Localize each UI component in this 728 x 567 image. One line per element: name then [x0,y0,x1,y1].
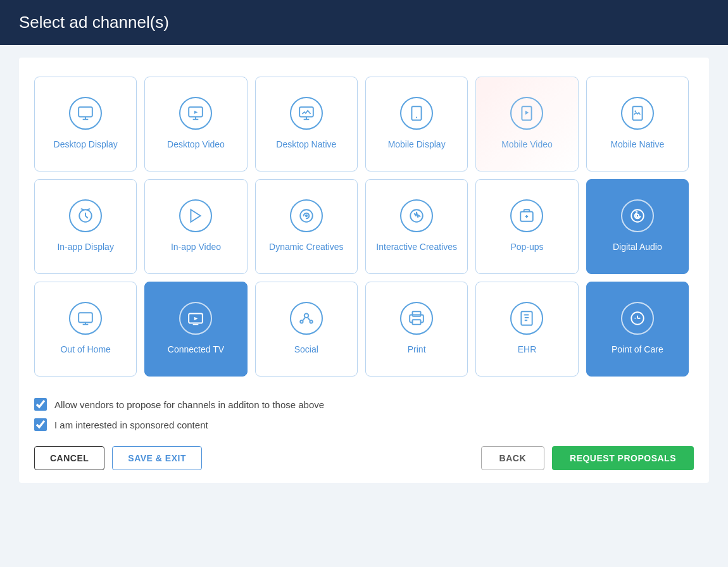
channel-label-ehr: EHR [518,344,537,356]
channel-icon-social [290,302,323,335]
channel-card-pop-ups[interactable]: Pop-ups [475,179,578,274]
back-button[interactable]: BACK [481,446,544,470]
channel-card-desktop-native[interactable]: Desktop Native [255,77,358,171]
channel-label-inapp-display: In-app Display [57,241,114,254]
svg-rect-26 [522,311,532,325]
main-content: Desktop DisplayDesktop VideoDesktop Nati… [19,58,709,483]
channel-label-social: Social [294,344,318,356]
svg-rect-25 [413,311,421,316]
page-container: Select ad channel(s) Desktop DisplayDesk… [0,0,728,483]
page-header: Select ad channel(s) [0,0,728,45]
channel-label-inapp-video: In-app Video [171,241,221,254]
svg-point-22 [300,320,303,323]
footer-left: CANCEL SAVE & EXIT [34,446,202,470]
checkbox-label-vendors: Allow vendors to propose for channels in… [54,399,324,410]
channel-icon-inapp-display [69,199,102,232]
channel-label-digital-audio: Digital Audio [613,241,662,254]
channel-label-mobile-native: Mobile Native [610,139,664,151]
svg-point-9 [634,111,636,113]
svg-point-14 [410,209,423,222]
channel-icon-ehr [510,302,543,335]
channel-icon-dynamic-creatives [290,199,323,232]
svg-marker-2 [194,111,198,114]
channel-label-mobile-video: Mobile Video [501,139,553,151]
svg-point-23 [310,320,312,323]
channel-card-print[interactable]: Print [365,282,468,377]
channel-icon-mobile-native [621,97,654,130]
svg-point-21 [304,314,309,318]
channel-card-out-of-home[interactable]: Out of Home [34,282,137,377]
channel-label-pop-ups: Pop-ups [510,241,543,254]
channel-icon-mobile-display [400,97,433,130]
channel-label-desktop-native: Desktop Native [276,139,336,151]
channel-label-interactive-creatives: Interactive Creatives [376,241,457,254]
channel-card-mobile-native[interactable]: Mobile Native [586,77,689,171]
channels-grid-wrapper[interactable]: Desktop DisplayDesktop VideoDesktop Nati… [32,70,696,383]
channel-label-mobile-display: Mobile Display [388,139,446,151]
request-proposals-button[interactable]: REQUEST PROPOSALS [552,446,694,470]
channel-label-desktop-display: Desktop Display [54,139,118,151]
channel-icon-inapp-video [179,199,212,232]
checkboxes-section: Allow vendors to propose for channels in… [32,398,696,431]
channel-label-connected-tv: Connected TV [168,344,224,356]
channel-card-ehr[interactable]: EHR [475,282,578,377]
save-exit-button[interactable]: SAVE & EXIT [112,446,202,470]
channel-card-interactive-creatives[interactable]: Interactive Creatives [365,179,468,274]
svg-rect-18 [78,313,92,323]
checkbox-allow-vendors[interactable] [34,398,47,411]
channel-card-inapp-video[interactable]: In-app Video [144,179,247,274]
footer-right: BACK REQUEST PROPOSALS [481,446,694,470]
channels-grid: Desktop DisplayDesktop VideoDesktop Nati… [32,70,691,383]
channel-icon-point-of-care [621,302,654,335]
svg-rect-0 [78,107,92,116]
checkbox-label-sponsored: I am interested in sponsored content [54,420,208,430]
channel-card-digital-audio[interactable]: Digital Audio [586,179,689,274]
channel-icon-mobile-video [510,97,543,130]
page-title: Select ad channel(s) [19,13,169,32]
channel-label-desktop-video: Desktop Video [167,139,225,151]
channel-icon-desktop-display [69,97,102,130]
channel-card-point-of-care[interactable]: Point of Care [586,282,689,377]
channel-icon-digital-audio [621,199,654,232]
channel-icon-desktop-video [179,97,212,130]
svg-point-5 [416,117,417,118]
channel-card-social[interactable]: Social [255,282,358,377]
channel-card-inapp-display[interactable]: In-app Display [34,179,137,274]
channel-card-mobile-display[interactable]: Mobile Display [365,77,468,171]
channel-card-mobile-video[interactable]: Mobile Video [475,77,578,171]
cancel-button[interactable]: CANCEL [34,446,104,470]
channel-label-dynamic-creatives: Dynamic Creatives [269,241,343,254]
svg-point-17 [636,215,639,217]
channel-card-desktop-display[interactable]: Desktop Display [34,77,137,171]
footer-buttons: CANCEL SAVE & EXIT BACK REQUEST PROPOSAL… [32,446,696,470]
svg-marker-7 [525,111,529,115]
channel-icon-pop-ups [510,199,543,232]
channel-icon-print [400,302,433,335]
channel-card-desktop-video[interactable]: Desktop Video [144,77,247,171]
channel-card-dynamic-creatives[interactable]: Dynamic Creatives [255,179,358,274]
channel-icon-connected-tv [179,302,212,335]
channel-icon-desktop-native [290,97,323,130]
svg-marker-11 [191,209,201,222]
channel-label-print: Print [408,344,426,356]
svg-rect-24 [413,320,421,325]
channel-label-point-of-care: Point of Care [612,344,663,356]
checkbox-row-vendors: Allow vendors to propose for channels in… [34,398,694,411]
checkbox-row-sponsored: I am interested in sponsored content [34,418,694,431]
channel-card-connected-tv[interactable]: Connected TV [144,282,247,377]
svg-point-13 [305,215,308,217]
svg-marker-20 [194,317,198,320]
channel-icon-interactive-creatives [400,199,433,232]
channel-label-out-of-home: Out of Home [60,344,110,356]
channel-icon-out-of-home [69,302,102,335]
checkbox-sponsored[interactable] [34,418,47,431]
